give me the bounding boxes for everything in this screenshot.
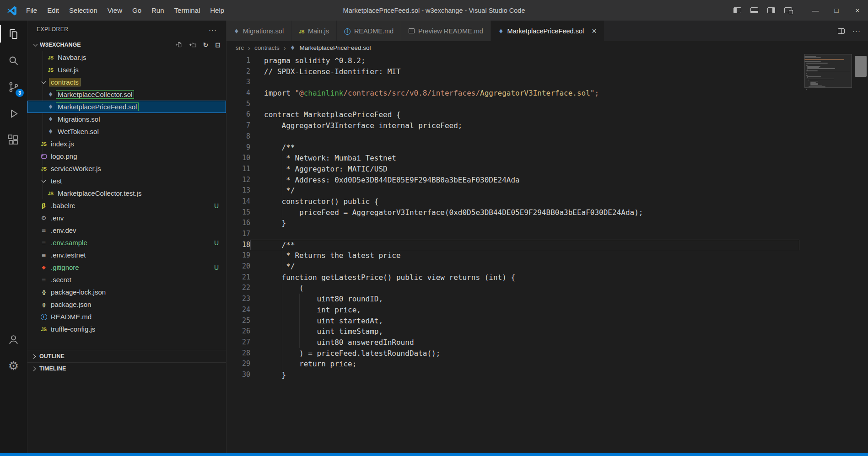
explorer-item-babelrc[interactable]: β.babelrcU bbox=[27, 199, 226, 212]
source-control-icon[interactable]: 3 bbox=[0, 74, 27, 100]
menu-help[interactable]: Help bbox=[205, 5, 229, 16]
code-line[interactable]: 11 * Aggregator: MATIC/USD bbox=[226, 164, 868, 175]
code-line[interactable]: 12 * Address: 0xd0D5e3DB44DE05E9F294BB0a… bbox=[226, 175, 868, 186]
more-actions-icon[interactable] bbox=[852, 27, 861, 35]
code-line[interactable]: 24 int price, bbox=[226, 305, 868, 316]
code-line[interactable]: 30 } bbox=[226, 370, 868, 381]
tab-migrations-sol[interactable]: ♦Migrations.sol bbox=[226, 21, 291, 41]
explorer-item-serviceworker-js[interactable]: JSserviceWorker.js bbox=[27, 162, 226, 175]
account-icon[interactable] bbox=[0, 326, 27, 353]
tab-marketplacepricefeed-sol[interactable]: ♦MarketplacePriceFeed.sol× bbox=[491, 21, 604, 41]
refresh-icon[interactable]: ↻ bbox=[203, 42, 209, 48]
code-editor[interactable]: 1pragma solidity ^0.8.2;2// SPDX-License… bbox=[226, 54, 868, 453]
explorer-item-marketplacepricefeed-sol[interactable]: ♦MarketplacePriceFeed.sol bbox=[27, 101, 226, 113]
code-line[interactable]: 21 function getLatestPrice() public view… bbox=[226, 272, 868, 283]
minimap-line bbox=[807, 70, 808, 70]
tab-preview-readme-md[interactable]: Preview README.md bbox=[401, 21, 491, 41]
new-folder-icon[interactable] bbox=[189, 41, 196, 48]
explorer-item-package-json[interactable]: {}package.json bbox=[27, 298, 226, 311]
code-line[interactable]: 20 */ bbox=[226, 261, 868, 272]
extensions-icon[interactable] bbox=[0, 127, 27, 153]
collapse-all-icon[interactable]: ⊟ bbox=[215, 42, 221, 48]
explorer-item-env-dev[interactable]: ≡.env.dev bbox=[27, 224, 226, 236]
explorer-item-marketplacecollector-sol[interactable]: ♦MarketplaceCollector.sol bbox=[27, 88, 226, 101]
menu-terminal[interactable]: Terminal bbox=[169, 5, 205, 16]
toggle-secondary-sidebar-icon[interactable] bbox=[767, 7, 775, 13]
code-line[interactable]: 22 ( bbox=[226, 283, 868, 294]
menu-file[interactable]: File bbox=[21, 5, 42, 16]
code-line[interactable]: 17 bbox=[226, 229, 868, 240]
run-debug-icon[interactable] bbox=[0, 100, 27, 127]
explorer-item-env-testnet[interactable]: ≡.env.testnet bbox=[27, 249, 226, 261]
code-line[interactable]: 25 uint startedAt, bbox=[226, 316, 868, 327]
code-line[interactable]: 26 uint timeStamp, bbox=[226, 326, 868, 337]
code-line[interactable]: 4import "@chainlink/contracts/src/v0.8/i… bbox=[226, 88, 868, 99]
search-icon[interactable] bbox=[0, 47, 27, 74]
explorer-item-package-lock-json[interactable]: {}package-lock.json bbox=[27, 286, 226, 298]
breadcrumb-item[interactable]: MarketplacePriceFeed.sol bbox=[299, 44, 371, 51]
new-file-icon[interactable] bbox=[176, 41, 183, 48]
file-icon: β bbox=[39, 203, 48, 209]
explorer-icon[interactable] bbox=[0, 21, 27, 47]
code-line[interactable]: 16 } bbox=[226, 218, 868, 229]
menu-edit[interactable]: Edit bbox=[42, 5, 64, 16]
section-header-w3exchange[interactable]: W3EXCHANGE ↻⊟ bbox=[27, 38, 226, 51]
explorer-item-test[interactable]: test bbox=[27, 175, 226, 187]
code-line[interactable]: 10 * Network: Mumbai Testnet bbox=[226, 153, 868, 164]
explorer-item-migrations-sol[interactable]: ♦Migrations.sol bbox=[27, 113, 226, 125]
code-line[interactable]: 3 bbox=[226, 77, 868, 88]
close-icon[interactable]: × bbox=[592, 27, 597, 35]
maximize-button[interactable]: □ bbox=[826, 0, 847, 21]
explorer-item-logo-png[interactable]: logo.png bbox=[27, 150, 226, 162]
menu-view[interactable]: View bbox=[102, 5, 127, 16]
code-line[interactable]: 7 AggregatorV3Interface internal priceFe… bbox=[226, 120, 868, 131]
code-line[interactable]: 14 constructor() public { bbox=[226, 196, 868, 207]
explorer-item-contracts[interactable]: contracts bbox=[27, 76, 226, 88]
explorer-item-env-sample[interactable]: ≡.env.sampleU bbox=[27, 236, 226, 249]
minimize-button[interactable]: — bbox=[805, 0, 826, 21]
code-line[interactable]: 13 */ bbox=[226, 185, 868, 196]
menu-go[interactable]: Go bbox=[127, 5, 146, 16]
code-token: } bbox=[264, 219, 286, 227]
minimap[interactable] bbox=[804, 56, 852, 90]
line-number: 21 bbox=[226, 272, 250, 283]
tab-main-js[interactable]: JSMain.js bbox=[291, 21, 337, 41]
explorer-item-env[interactable]: ⚙.env bbox=[27, 212, 226, 224]
split-editor-icon[interactable] bbox=[838, 28, 845, 34]
section-timeline[interactable]: TIMELINE bbox=[27, 362, 226, 375]
code-line[interactable]: 29 return price; bbox=[226, 359, 868, 370]
menu-run[interactable]: Run bbox=[146, 5, 169, 16]
customize-layout-icon[interactable] bbox=[784, 7, 792, 13]
code-line[interactable]: 8 bbox=[226, 131, 868, 142]
code-line[interactable]: 9 /** bbox=[226, 142, 868, 153]
explorer-item-marketplacecollector-test-js[interactable]: JSMarketplaceCollector.test.js bbox=[27, 187, 226, 199]
code-line[interactable]: 18 /** bbox=[226, 240, 868, 251]
code-line[interactable]: 23 uint80 roundID, bbox=[226, 294, 868, 305]
breadcrumb-item[interactable]: src bbox=[236, 44, 244, 51]
tab-readme-md[interactable]: iREADME.md bbox=[337, 21, 401, 41]
explorer-item-gitignore[interactable]: ◆.gitignoreU bbox=[27, 261, 226, 274]
menu-selection[interactable]: Selection bbox=[64, 5, 102, 16]
breadcrumb-item[interactable]: contracts bbox=[254, 44, 280, 51]
code-line[interactable]: 28 ) = priceFeed.latestRoundData(); bbox=[226, 348, 868, 359]
explorer-item-wettoken-sol[interactable]: ♦WetToken.sol bbox=[27, 125, 226, 138]
explorer-item-index-js[interactable]: JSindex.js bbox=[27, 138, 226, 150]
settings-icon[interactable]: ⚙ bbox=[0, 353, 27, 379]
code-line[interactable]: 19 * Returns the latest price bbox=[226, 250, 868, 261]
explorer-item-truffle-config-js[interactable]: JStruffle-config.js bbox=[27, 323, 226, 335]
code-line[interactable]: 6contract MarketplacePriceFeed { bbox=[226, 109, 868, 120]
code-line[interactable]: 27 uint80 answeredInRound bbox=[226, 337, 868, 348]
code-line[interactable]: 2// SPDX-License-Identifier: MIT bbox=[226, 66, 868, 77]
explorer-item-user-js[interactable]: JSUser.js bbox=[27, 64, 226, 76]
more-actions-icon[interactable] bbox=[209, 26, 217, 33]
section-outline[interactable]: OUTLINE bbox=[27, 350, 226, 362]
close-button[interactable]: × bbox=[847, 0, 868, 21]
code-line[interactable]: 15 priceFeed = AggregatorV3Interface(0xd… bbox=[226, 207, 868, 218]
toggle-primary-sidebar-icon[interactable] bbox=[733, 7, 741, 13]
toggle-panel-icon[interactable] bbox=[750, 7, 758, 13]
code-line[interactable]: 1pragma solidity ^0.8.2; bbox=[226, 55, 868, 66]
explorer-item-secret[interactable]: ≡.secret bbox=[27, 274, 226, 286]
explorer-item-readme-md[interactable]: iREADME.md bbox=[27, 311, 226, 323]
explorer-item-navbar-js[interactable]: JSNavbar.js bbox=[27, 51, 226, 64]
code-line[interactable]: 5 bbox=[226, 99, 868, 110]
